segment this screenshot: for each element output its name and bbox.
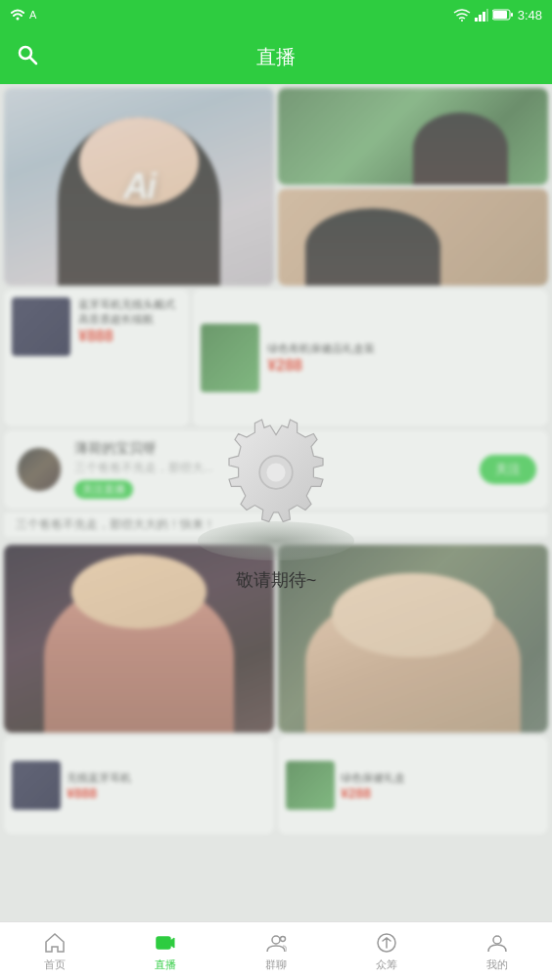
svg-point-14 — [161, 940, 166, 945]
status-bar: A 3:48 — [0, 0, 552, 29]
svg-point-16 — [280, 936, 285, 941]
svg-rect-7 — [493, 11, 507, 19]
svg-rect-5 — [486, 9, 488, 22]
time-display: 3:48 — [518, 8, 542, 22]
nav-label-crowdfund: 众筹 — [376, 958, 397, 972]
svg-point-12 — [266, 463, 285, 481]
wifi-status-icon — [453, 8, 471, 22]
crowdfund-icon — [375, 931, 398, 955]
svg-point-15 — [272, 936, 280, 944]
svg-point-0 — [17, 18, 20, 21]
svg-rect-4 — [483, 12, 485, 22]
svg-rect-2 — [475, 18, 478, 22]
nav-item-group[interactable]: 群聊 — [221, 931, 332, 972]
group-icon — [264, 931, 288, 955]
nav-label-live: 直播 — [155, 958, 176, 972]
svg-rect-3 — [479, 15, 482, 22]
loading-overlay: 敬请期待~ — [0, 84, 552, 921]
me-icon — [485, 931, 509, 955]
bottom-nav: 首页 直播 群聊 众筹 — [0, 921, 552, 980]
nav-item-crowdfund[interactable]: 众筹 — [331, 931, 441, 972]
svg-point-1 — [461, 20, 463, 22]
page-title: 直播 — [256, 44, 296, 70]
wifi-icon — [10, 7, 25, 22]
status-signal: A — [29, 9, 36, 21]
gear-icon — [217, 414, 335, 531]
nav-item-home[interactable]: 首页 — [0, 931, 111, 972]
nav-label-home: 首页 — [44, 958, 66, 972]
live-icon — [154, 931, 177, 955]
signal-icon — [475, 8, 488, 22]
home-icon — [43, 931, 67, 955]
svg-rect-8 — [511, 13, 513, 17]
battery-icon — [492, 9, 514, 21]
nav-item-me[interactable]: 我的 — [441, 931, 552, 972]
nav-item-live[interactable]: 直播 — [111, 931, 221, 972]
svg-point-18 — [493, 936, 501, 944]
nav-label-group: 群聊 — [265, 958, 287, 972]
nav-label-me: 我的 — [486, 958, 508, 972]
app-header: 直播 — [0, 29, 552, 84]
main-content: Ai — [0, 84, 552, 921]
status-bar-left: A — [10, 7, 36, 22]
status-bar-right: 3:48 — [453, 8, 542, 22]
gear-container: 敬请期待~ — [198, 414, 354, 592]
search-button[interactable] — [16, 43, 39, 70]
wait-text: 敬请期待~ — [236, 568, 317, 592]
svg-line-10 — [30, 58, 36, 64]
